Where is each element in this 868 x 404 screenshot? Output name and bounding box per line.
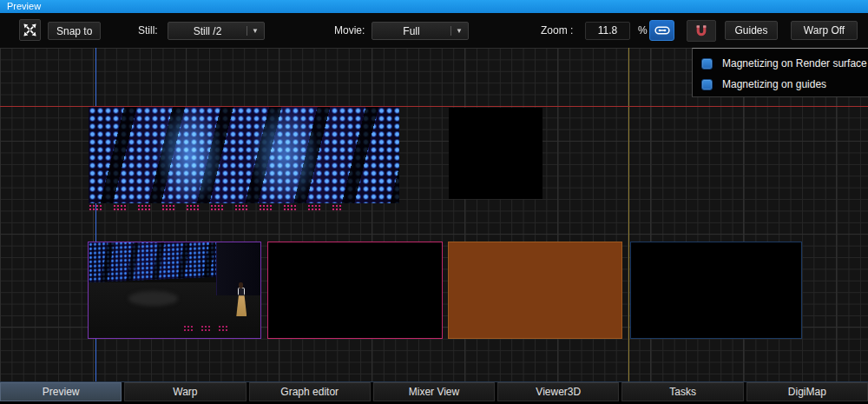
- pink-bordered-surface[interactable]: [267, 242, 443, 339]
- toolbar: Snap to Still: Still /2 ▼ Movie: Full ▼ …: [0, 13, 868, 48]
- orange-surface[interactable]: [448, 242, 622, 339]
- stage-3d-preview[interactable]: [88, 242, 261, 339]
- magnetize-button[interactable]: [687, 20, 716, 42]
- magnetize-options-panel: Magnetizing on Render surface Magnetizin…: [692, 48, 868, 97]
- led-glow-band: [157, 107, 222, 203]
- movie-dropdown[interactable]: Full ▼: [372, 22, 469, 40]
- zoom-value-input[interactable]: 11.8: [585, 22, 630, 40]
- tab-mixer-view[interactable]: Mixer View: [373, 382, 495, 401]
- dropdown-separator: [450, 26, 451, 36]
- expand-arrows-icon: [23, 23, 37, 37]
- preview-canvas[interactable]: Magnetizing on Render surface Magnetizin…: [0, 48, 868, 382]
- stage-led-screen: [89, 242, 216, 282]
- still-label: Still:: [138, 13, 158, 48]
- stage-pixel-bits: [183, 325, 234, 332]
- warp-toggle-button[interactable]: Warp Off: [791, 21, 858, 40]
- chevron-down-icon: ▼: [456, 27, 463, 35]
- tab-preview[interactable]: Preview: [0, 382, 122, 401]
- blue-bordered-surface[interactable]: [630, 242, 802, 339]
- guides-button[interactable]: Guides: [725, 21, 778, 40]
- fit-view-button[interactable]: [19, 19, 41, 41]
- chevron-down-icon: ▼: [252, 27, 259, 35]
- window-title: Preview: [7, 1, 41, 11]
- tab-warp[interactable]: Warp: [124, 382, 246, 401]
- magnet-icon: [694, 23, 709, 39]
- magnetize-render-surface-option[interactable]: Magnetizing on Render surface: [693, 53, 868, 74]
- tab-digimap[interactable]: DigiMap: [746, 382, 868, 401]
- snap-to-button[interactable]: Snap to: [48, 22, 101, 40]
- zoom-label: Zoom :: [541, 13, 573, 48]
- option-label: Magnetizing on Render surface: [722, 57, 867, 70]
- movie-label: Movie:: [334, 13, 365, 48]
- black-square-surface[interactable]: [449, 108, 542, 199]
- link-zoom-button[interactable]: [649, 20, 674, 41]
- zoom-percent-sign: %: [638, 13, 648, 48]
- led-matrix-panel[interactable]: [89, 107, 399, 203]
- performer-figure: [236, 282, 247, 317]
- led-panel-pixel-strip: [89, 204, 342, 212]
- still-dropdown[interactable]: Still /2 ▼: [168, 22, 265, 40]
- magnetize-guides-option[interactable]: Magnetizing on guides: [693, 74, 868, 95]
- checkbox-checked[interactable]: [701, 79, 713, 90]
- option-label: Magnetizing on guides: [722, 78, 826, 90]
- dropdown-separator: [247, 26, 247, 36]
- tab-tasks[interactable]: Tasks: [621, 382, 743, 401]
- still-dropdown-value: Still /2: [168, 25, 247, 37]
- bottom-tabbar: Preview Warp Graph editor Mixer View Vie…: [0, 382, 868, 401]
- tab-viewer3d[interactable]: Viewer3D: [497, 382, 619, 401]
- chain-link-icon: [654, 25, 670, 36]
- led-glow-band: [250, 107, 319, 203]
- vertical-guide-yellow[interactable]: [628, 48, 629, 382]
- tab-graph-editor[interactable]: Graph editor: [249, 382, 371, 401]
- movie-dropdown-value: Full: [372, 25, 450, 37]
- stage-spotlight-ellipse: [128, 291, 178, 306]
- window-titlebar[interactable]: Preview: [0, 0, 868, 13]
- preview-window: Preview Snap to Still: Still /2 ▼ Mov: [0, 0, 868, 404]
- checkbox-checked[interactable]: [701, 58, 713, 70]
